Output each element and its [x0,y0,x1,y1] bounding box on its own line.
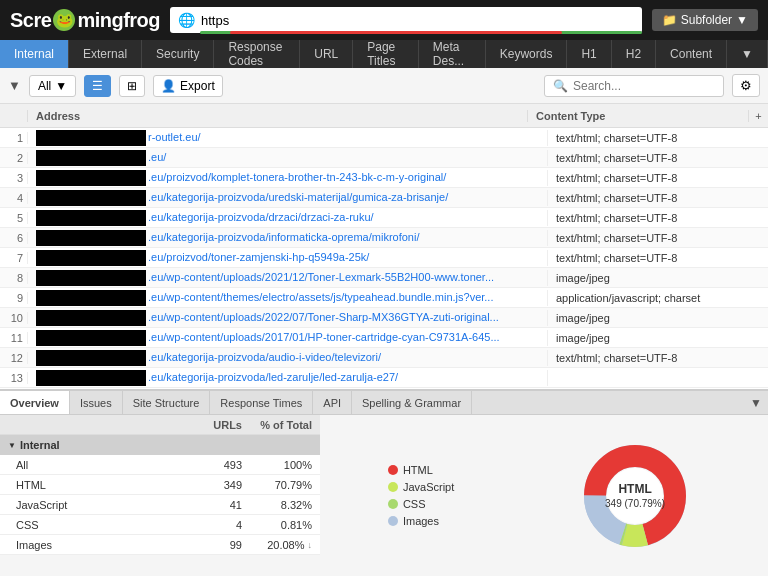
header: Scre 🐸 mingfrog 🌐 📁 Subfolder ▼ [0,0,768,40]
export-icon: 👤 [161,79,176,93]
stat-label: JavaScript [0,499,180,511]
donut-label: HTML 349 (70.79%) [605,481,665,510]
table-row[interactable]: 12 .eu/kategorija-proizvoda/audio-i-vide… [0,348,768,368]
row-content: text/html; charset=UTF-8 [548,172,768,184]
row-content: text/html; charset=UTF-8 [548,132,768,144]
stat-pct: 70.79% [275,479,312,491]
row-content: image/jpeg [548,272,768,284]
row-content: text/html; charset=UTF-8 [548,152,768,164]
row-content: text/html; charset=UTF-8 [548,352,768,364]
bottom-tab-response-times[interactable]: Response Times [210,391,313,414]
list-icon: ☰ [92,79,103,93]
table-row[interactable]: 4 .eu/kategorija-proizvoda/uredski-mater… [0,188,768,208]
row-address: .eu/wp-content/uploads/2021/12/Toner-Lex… [28,270,548,286]
table-row[interactable]: 11 .eu/wp-content/uploads/2017/01/HP-ton… [0,328,768,348]
tab-content[interactable]: Content [656,40,727,68]
row-num: 5 [0,212,28,224]
col-add-icon[interactable]: + [748,110,768,122]
search-input[interactable] [573,79,713,93]
tab-more-icon: ▼ [741,47,753,61]
row-num: 2 [0,152,28,164]
list-item[interactable]: JavaScript 41 8.32% [0,495,320,515]
list-view-button[interactable]: ☰ [84,75,111,97]
stat-pct-cell: 20.08% ↓ [250,539,320,551]
redacted-address [36,230,146,246]
list-item[interactable]: HTML 349 70.79% [0,475,320,495]
tab-more[interactable]: ▼ [727,40,768,68]
url-red-indicator [230,31,562,34]
tab-security-label: Security [156,47,199,61]
tab-keywords[interactable]: Keywords [486,40,568,68]
tab-url-label: URL [314,47,338,61]
export-button[interactable]: 👤 Export [153,75,223,97]
list-item[interactable]: Images 99 20.08% ↓ [0,535,320,555]
tab-meta-desc[interactable]: Meta Des... [419,40,486,68]
table-row[interactable]: 9 .eu/wp-content/themes/electro/assets/j… [0,288,768,308]
tab-page-titles-label: Page Titles [367,40,404,68]
redacted-address [36,150,146,166]
subfolder-button[interactable]: 📁 Subfolder ▼ [652,9,758,31]
row-address: .eu/proizvod/komplet-tonera-brother-tn-2… [28,170,548,186]
redacted-address [36,370,146,386]
row-content: text/html; charset=UTF-8 [548,252,768,264]
filter-icon: ▼ [8,78,21,93]
donut-title: HTML [618,481,651,495]
table-row[interactable]: 6 .eu/kategorija-proizvoda/informaticka-… [0,228,768,248]
logo-text-part1: Scre [10,9,51,32]
row-num: 7 [0,252,28,264]
bottom-tabs-arrow[interactable]: ▼ [744,391,768,414]
stat-urls: 41 [180,499,250,511]
table-row[interactable]: 7 .eu/proizvod/toner-zamjenski-hp-q5949a… [0,248,768,268]
url-input[interactable] [201,13,634,28]
search-box: 🔍 [544,75,724,97]
donut-subtitle: 349 (70.79%) [605,498,665,509]
table-row[interactable]: 2 .eu/ text/html; charset=UTF-8 [0,148,768,168]
legend-html: HTML [388,464,454,476]
redacted-address [36,210,146,226]
table-row[interactable]: 5 .eu/kategorija-proizvoda/drzaci/drzaci… [0,208,768,228]
stat-urls: 99 [180,539,250,551]
export-label: Export [180,79,215,93]
row-content: text/html; charset=UTF-8 [548,232,768,244]
filter-dropdown[interactable]: All ▼ [29,75,76,97]
stats-col-urls: URLs [180,419,250,431]
stat-pct-cell: 70.79% [250,479,320,491]
tree-view-button[interactable]: ⊞ [119,75,145,97]
row-address: .eu/wp-content/themes/electro/assets/js/… [28,290,548,306]
tab-security[interactable]: Security [142,40,214,68]
filter-value: All [38,79,51,93]
bottom-tab-api[interactable]: API [313,391,352,414]
tab-page-titles[interactable]: Page Titles [353,40,419,68]
stat-pct-cell: 8.32% [250,499,320,511]
row-content: image/jpeg [548,312,768,324]
bottom-tab-site-structure[interactable]: Site Structure [123,391,211,414]
table-row[interactable]: 8 .eu/wp-content/uploads/2021/12/Toner-L… [0,268,768,288]
table-row[interactable]: 1 r-outlet.eu/ text/html; charset=UTF-8 [0,128,768,148]
list-item[interactable]: CSS 4 0.81% [0,515,320,535]
row-address: .eu/ [28,150,548,166]
bottom-tab-overview[interactable]: Overview [0,391,70,414]
table-row[interactable]: 10 .eu/wp-content/uploads/2022/07/Toner-… [0,308,768,328]
stat-urls: 493 [180,459,250,471]
row-num: 13 [0,372,28,384]
filter-settings-button[interactable]: ⚙ [732,74,760,97]
bottom-tab-spelling[interactable]: Spelling & Grammar [352,391,472,414]
bottom-tab-issues[interactable]: Issues [70,391,123,414]
tab-response-codes[interactable]: Response Codes [214,40,300,68]
table-row[interactable]: 3 .eu/proizvod/komplet-tonera-brother-tn… [0,168,768,188]
list-item[interactable]: All 493 100% [0,455,320,475]
row-address: .eu/kategorija-proizvoda/uredski-materij… [28,190,548,206]
legend-images-label: Images [403,515,439,527]
tab-h1[interactable]: H1 [567,40,611,68]
stats-col-pct: % of Total [250,419,320,431]
tab-h2[interactable]: H2 [612,40,656,68]
table-row[interactable]: 13 .eu/kategorija-proizvoda/led-zarulje/… [0,368,768,388]
col-header-address: Address [28,110,528,122]
tab-internal[interactable]: Internal [0,40,69,68]
stats-rows: All 493 100% HTML 349 70.79% JavaScript … [0,455,320,555]
tab-url[interactable]: URL [300,40,353,68]
table-header: Address Content Type + [0,104,768,128]
redacted-address [36,330,146,346]
legend-html-dot [388,465,398,475]
tab-external[interactable]: External [69,40,142,68]
